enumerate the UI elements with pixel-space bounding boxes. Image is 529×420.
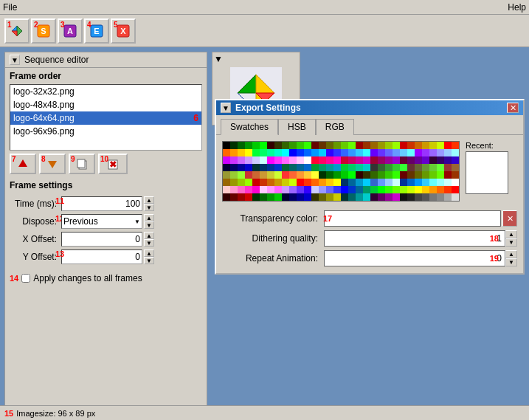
color-swatch[interactable] <box>393 142 400 149</box>
color-swatch[interactable] <box>429 149 437 156</box>
color-swatch[interactable] <box>452 164 459 171</box>
frame-btn-delete[interactable]: 10 ✖ <box>98 154 128 174</box>
color-swatch[interactable] <box>238 193 245 201</box>
color-swatch[interactable] <box>274 149 282 156</box>
color-swatch[interactable] <box>400 149 407 156</box>
color-swatch[interactable] <box>422 179 429 186</box>
color-swatch[interactable] <box>223 171 230 179</box>
color-swatch[interactable] <box>385 171 393 179</box>
color-swatch[interactable] <box>393 171 400 179</box>
color-swatch[interactable] <box>304 149 311 156</box>
color-swatch[interactable] <box>304 179 311 186</box>
color-swatch[interactable] <box>260 142 267 149</box>
color-swatch[interactable] <box>348 164 356 171</box>
color-swatch[interactable] <box>356 186 363 193</box>
tab-swatches[interactable]: Swatches <box>221 119 278 135</box>
color-swatch[interactable] <box>230 193 238 201</box>
color-swatch[interactable] <box>437 186 444 193</box>
color-swatch[interactable] <box>333 186 341 193</box>
color-swatch[interactable] <box>274 186 282 193</box>
color-swatch[interactable] <box>452 179 459 186</box>
color-swatch[interactable] <box>238 179 245 186</box>
dispose-spin-down[interactable]: ▼ <box>144 221 154 229</box>
color-swatch[interactable] <box>452 149 459 156</box>
color-swatch[interactable] <box>341 142 348 149</box>
color-swatch[interactable] <box>319 179 326 186</box>
color-swatch[interactable] <box>238 142 245 149</box>
color-swatch[interactable] <box>289 171 297 179</box>
color-swatch[interactable] <box>223 164 230 171</box>
color-swatch[interactable] <box>260 193 267 201</box>
recent-cell[interactable] <box>466 162 477 173</box>
color-swatch[interactable] <box>429 186 437 193</box>
color-swatch[interactable] <box>238 171 245 179</box>
color-swatch[interactable] <box>245 164 252 171</box>
color-swatch[interactable] <box>282 156 289 164</box>
color-swatch[interactable] <box>407 149 415 156</box>
repeat-spin-down[interactable]: ▼ <box>505 258 517 266</box>
color-swatch[interactable] <box>260 186 267 193</box>
color-swatch[interactable] <box>341 179 348 186</box>
color-swatch[interactable] <box>311 164 319 171</box>
color-swatch[interactable] <box>370 142 378 149</box>
color-swatch[interactable] <box>252 149 260 156</box>
xoffset-spin-down[interactable]: ▼ <box>144 239 154 247</box>
color-swatch[interactable] <box>407 171 415 179</box>
frame-btn-up[interactable]: 7 <box>10 154 36 174</box>
toolbar-btn-4[interactable]: 4 E <box>84 18 109 44</box>
color-swatch[interactable] <box>260 156 267 164</box>
color-swatch[interactable] <box>444 171 452 179</box>
color-swatch[interactable] <box>311 186 319 193</box>
color-swatch[interactable] <box>370 149 378 156</box>
color-swatch[interactable] <box>223 142 230 149</box>
dithering-spin-up[interactable]: ▲ <box>505 230 517 238</box>
color-swatch[interactable] <box>407 186 415 193</box>
color-swatch[interactable] <box>297 171 304 179</box>
color-swatch[interactable] <box>415 164 422 171</box>
color-swatch[interactable] <box>319 156 326 164</box>
color-swatch[interactable] <box>363 142 370 149</box>
color-swatch[interactable] <box>407 193 415 201</box>
color-swatch[interactable] <box>341 171 348 179</box>
color-swatch[interactable] <box>319 149 326 156</box>
color-swatch[interactable] <box>274 142 282 149</box>
color-swatch[interactable] <box>437 171 444 179</box>
color-swatch[interactable] <box>319 193 326 201</box>
color-swatch[interactable] <box>393 156 400 164</box>
color-swatch[interactable] <box>356 156 363 164</box>
tab-rgb[interactable]: RGB <box>316 119 354 135</box>
color-swatch[interactable] <box>238 186 245 193</box>
color-swatch[interactable] <box>333 179 341 186</box>
color-swatch[interactable] <box>297 179 304 186</box>
frame-btn-copy[interactable]: 9 <box>69 154 95 174</box>
dithering-value[interactable]: 18 1 <box>324 230 505 247</box>
color-swatch[interactable] <box>326 156 333 164</box>
color-swatch[interactable] <box>245 171 252 179</box>
color-swatch[interactable] <box>385 156 393 164</box>
color-swatch[interactable] <box>363 179 370 186</box>
color-swatch[interactable] <box>370 164 378 171</box>
color-swatch[interactable] <box>429 179 437 186</box>
color-swatch[interactable] <box>429 164 437 171</box>
color-swatch[interactable] <box>393 186 400 193</box>
color-swatch[interactable] <box>282 186 289 193</box>
color-swatch[interactable] <box>333 171 341 179</box>
dithering-spin-down[interactable]: ▼ <box>505 238 517 247</box>
color-swatch[interactable] <box>289 179 297 186</box>
color-swatch[interactable] <box>370 179 378 186</box>
color-swatch[interactable] <box>304 171 311 179</box>
color-swatch[interactable] <box>407 164 415 171</box>
dispose-select[interactable]: Previous ▼ <box>61 214 142 229</box>
color-swatch[interactable] <box>363 164 370 171</box>
frame-item-3[interactable]: logo-64x64.png 6 <box>10 111 201 125</box>
recent-grid[interactable] <box>466 151 508 194</box>
color-swatch[interactable] <box>245 149 252 156</box>
color-swatch[interactable] <box>363 171 370 179</box>
frame-btn-down[interactable]: 8 <box>39 154 66 174</box>
apply-checkbox[interactable] <box>21 274 30 283</box>
color-swatch[interactable] <box>274 171 282 179</box>
recent-cell[interactable] <box>487 173 497 183</box>
color-swatch[interactable] <box>311 193 319 201</box>
xoffset-input[interactable] <box>61 232 142 247</box>
color-swatch[interactable] <box>260 164 267 171</box>
